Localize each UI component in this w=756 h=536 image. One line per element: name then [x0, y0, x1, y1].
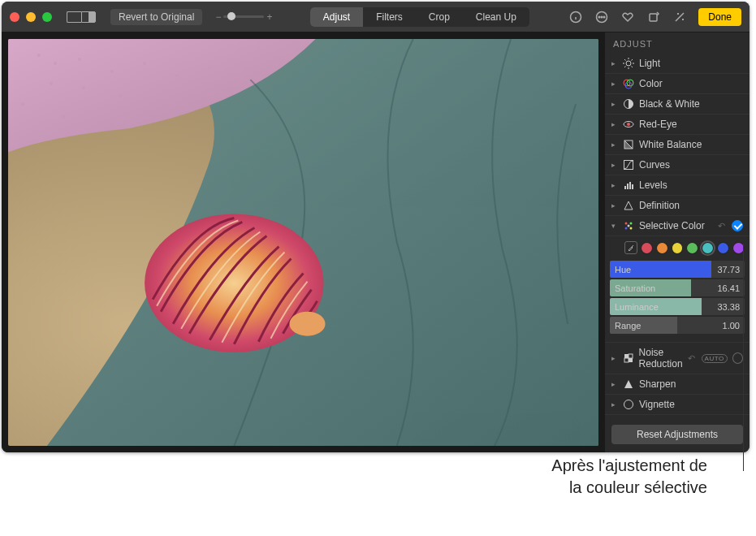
adj-color[interactable]: ▸ Color [605, 74, 750, 94]
adj-label: Black & White [639, 98, 743, 110]
toolbar: Revert to Original − + Adjust Filters Cr… [2, 2, 750, 32]
chevron-right-icon: ▸ [611, 140, 618, 149]
selective-color-panel: Hue 37.73 Saturation 16.41 Luminance 33.… [605, 236, 750, 343]
svg-point-23 [289, 312, 325, 336]
svg-point-13 [143, 62, 146, 65]
svg-line-32 [632, 59, 633, 61]
chevron-right-icon: ▸ [611, 380, 618, 388]
adj-definition[interactable]: ▸ Definition [605, 196, 750, 216]
minimize-window-button[interactable] [26, 12, 36, 22]
sun-icon [623, 58, 634, 69]
svg-rect-53 [624, 358, 629, 362]
svg-rect-52 [629, 354, 633, 358]
slider-label: Hue [610, 265, 717, 274]
adj-label: Vignette [639, 399, 743, 410]
triangle-icon [623, 200, 634, 211]
info-icon[interactable] [567, 8, 585, 26]
adj-label: Color [639, 78, 743, 89]
adj-vignette[interactable]: ▸ Vignette [605, 395, 750, 415]
undo-icon[interactable]: ↶ [718, 221, 725, 231]
adjust-sidebar: ADJUST ▸ Light ▸ Color ▸ Black & White ▸… [605, 32, 750, 452]
more-icon[interactable] [593, 8, 611, 26]
enable-checkbox[interactable] [732, 220, 743, 231]
saturation-slider[interactable]: Saturation 16.41 [610, 279, 745, 296]
svg-point-48 [630, 227, 633, 230]
mode-adjust[interactable]: Adjust [310, 7, 363, 27]
adj-label: Definition [639, 200, 743, 211]
swatch-yellow[interactable] [672, 242, 684, 254]
adj-selective-color[interactable]: ▾ Selective Color ↶ [605, 216, 750, 236]
zoom-slider[interactable]: − + [215, 11, 272, 23]
svg-point-12 [110, 70, 114, 73]
mode-cleanup[interactable]: Clean Up [463, 7, 529, 27]
auto-badge[interactable]: AUTO [702, 354, 728, 363]
callout-line [743, 244, 744, 471]
rotate-icon[interactable] [645, 8, 663, 26]
chevron-right-icon: ▸ [611, 161, 618, 169]
chevron-right-icon: ▸ [611, 181, 618, 189]
adj-label: Noise Reduction [639, 347, 683, 370]
svg-line-30 [632, 67, 633, 68]
svg-point-16 [240, 78, 244, 81]
mode-filters[interactable]: Filters [363, 7, 416, 27]
svg-line-31 [624, 67, 626, 68]
adj-curves[interactable]: ▸ Curves [605, 155, 750, 175]
mode-crop[interactable]: Crop [416, 7, 463, 27]
swatch-green[interactable] [686, 242, 698, 254]
svg-point-38 [627, 123, 630, 126]
svg-point-45 [625, 223, 628, 225]
window-controls [10, 12, 52, 22]
enable-checkbox[interactable] [732, 352, 743, 364]
reset-adjustments-button[interactable]: Reset Adjustments [611, 425, 743, 444]
levels-icon [623, 179, 634, 191]
swatch-cyan[interactable] [702, 242, 714, 254]
close-window-button[interactable] [10, 12, 19, 22]
app-window: Revert to Original − + Adjust Filters Cr… [2, 2, 750, 452]
adj-bw[interactable]: ▸ Black & White [605, 94, 750, 115]
eyedropper-button[interactable] [624, 241, 637, 254]
range-slider[interactable]: Range 1.00 [610, 317, 745, 334]
swatch-orange[interactable] [656, 242, 668, 254]
svg-point-6 [603, 16, 605, 18]
slider-label: Range [610, 321, 723, 331]
hue-slider[interactable]: Hue 37.73 [610, 261, 745, 278]
adj-redeye[interactable]: ▸ Red-Eye [605, 115, 750, 135]
sidebar-toggle[interactable] [67, 11, 96, 23]
svg-point-46 [630, 223, 633, 225]
image-canvas[interactable] [2, 32, 605, 452]
chevron-right-icon: ▸ [611, 80, 618, 88]
vignette-icon [623, 399, 634, 410]
color-rings-icon [623, 78, 634, 89]
revert-button[interactable]: Revert to Original [110, 9, 202, 25]
favorite-icon[interactable] [619, 8, 637, 26]
adj-levels[interactable]: ▸ Levels [605, 175, 750, 196]
svg-point-19 [119, 94, 122, 97]
done-button[interactable]: Done [698, 8, 741, 26]
maximize-window-button[interactable] [42, 12, 52, 22]
svg-rect-51 [629, 358, 633, 362]
slider-value: 16.41 [717, 283, 745, 293]
svg-point-17 [50, 82, 53, 85]
undo-icon[interactable]: ↶ [688, 353, 695, 364]
svg-rect-7 [650, 14, 657, 21]
adj-light[interactable]: ▸ Light [605, 54, 750, 74]
adj-label: Sharpen [639, 378, 743, 390]
svg-line-29 [624, 59, 626, 61]
slider-value: 33.38 [717, 302, 745, 312]
adj-wb[interactable]: ▸ White Balance [605, 135, 750, 155]
adj-noise[interactable]: ▸ Noise Reduction ↶ AUTO [605, 343, 750, 374]
swatch-red[interactable] [641, 242, 653, 254]
svg-point-18 [82, 86, 85, 89]
luminance-slider[interactable]: Luminance 33.38 [610, 298, 745, 315]
adj-label: Selective Color [639, 220, 713, 231]
svg-point-21 [62, 115, 65, 118]
svg-rect-44 [632, 184, 633, 189]
enhance-icon[interactable] [671, 8, 689, 26]
swatch-blue[interactable] [717, 242, 729, 254]
adj-label: White Balance [639, 139, 743, 150]
swatch-row [610, 240, 745, 259]
svg-point-54 [624, 400, 633, 409]
slider-value: 37.73 [717, 265, 745, 274]
svg-point-11 [78, 58, 81, 61]
adj-sharpen[interactable]: ▸ Sharpen [605, 374, 750, 395]
